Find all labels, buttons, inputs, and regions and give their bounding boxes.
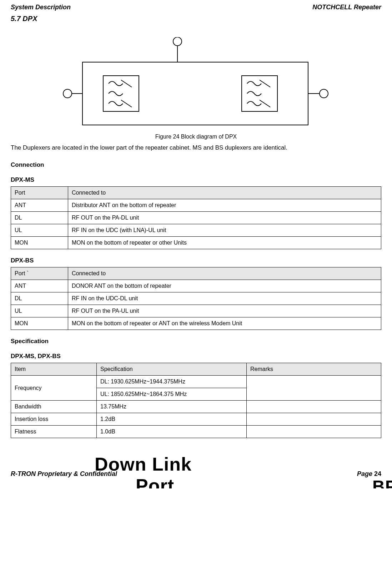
dpx-ms-title: DPX-MS (11, 176, 381, 184)
table-row: ANTDONOR ANT on the bottom of repeater (11, 280, 381, 292)
col-spec: Specification (97, 363, 247, 376)
table-header-row: Port Connected to (11, 187, 381, 199)
svg-point-0 (173, 37, 182, 46)
table-row: MONMON on the bottom of repeater or ANT … (11, 317, 381, 330)
table-row: DLRF IN on the UDC-DL unit (11, 292, 381, 305)
page-footer: R-TRON Proprietary & Confidential Page 2… (11, 470, 381, 478)
table-row: Bandwidth13.75MHz (11, 401, 381, 413)
col-connected: Connected to (68, 267, 381, 280)
body-text: The Duplexers are located in the lower p… (11, 144, 381, 151)
svg-point-2 (320, 89, 328, 98)
col-connected: Connected to (68, 187, 381, 199)
col-port: Port ` (11, 267, 68, 280)
dpx-bs-table: Port ` Connected to ANTDONOR ANT on the … (11, 267, 381, 330)
spec-title: DPX-MS, DPX-BS (11, 353, 381, 360)
table-row: ULRF IN on the UDC (with LNA)-UL unit (11, 224, 381, 237)
table-header-row: Item Specification Remarks (11, 363, 381, 376)
table-header-row: Port ` Connected to (11, 267, 381, 280)
col-item: Item (11, 363, 97, 376)
overlay-bpf: BPF (372, 477, 392, 488)
col-remarks: Remarks (247, 363, 381, 376)
table-row: MONMON on the bottom of repeater or othe… (11, 237, 381, 249)
table-row: DLRF OUT on the PA-DL unit (11, 212, 381, 224)
connection-heading: Connection (11, 161, 381, 169)
footer-left: R-TRON Proprietary & Confidential (11, 470, 117, 478)
table-row: Insertion loss1.2dB (11, 413, 381, 426)
table-row: Flatness1.0dB (11, 426, 381, 438)
svg-rect-6 (82, 62, 308, 125)
page-header: System Description NOTCHCELL Repeater (11, 4, 381, 11)
svg-point-1 (63, 89, 72, 98)
dpx-block-svg (60, 37, 332, 128)
col-port: Port (11, 187, 68, 199)
spec-table: Item Specification Remarks Frequency DL:… (11, 363, 381, 438)
header-right: NOTCHCELL Repeater (312, 4, 381, 11)
dpx-ms-table: Port Connected to ANTDistributor ANT on … (11, 186, 381, 249)
specification-heading: Specification (11, 338, 381, 345)
footer-right: Page 24 (357, 470, 381, 478)
figure-caption: Figure 24 Block diagram of DPX (11, 134, 381, 140)
table-row: ANTDistributor ANT on the bottom of repe… (11, 199, 381, 212)
table-row: ULRF OUT on the PA-UL unit (11, 305, 381, 317)
section-title: 5.7 DPX (11, 15, 381, 23)
dpx-bs-title: DPX-BS (11, 257, 381, 264)
table-row: Frequency DL: 1930.625MHz~1944.375MHz (11, 376, 381, 388)
header-left: System Description (11, 4, 71, 11)
block-diagram (60, 37, 332, 130)
